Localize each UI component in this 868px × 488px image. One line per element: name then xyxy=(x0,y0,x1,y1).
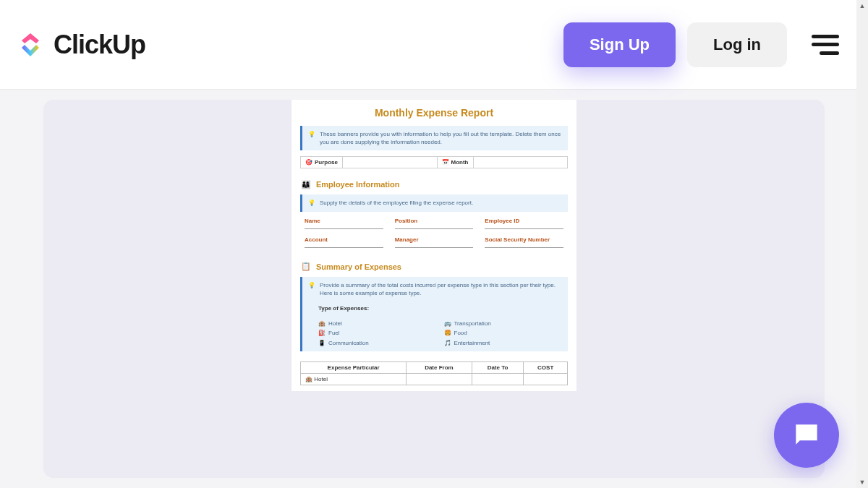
table-row[interactable]: 🏨 Hotel xyxy=(301,373,568,385)
lightbulb-icon: 💡 xyxy=(308,130,315,146)
lightbulb-icon: 💡 xyxy=(308,199,315,207)
type-label: Type of Expenses: xyxy=(308,304,562,312)
banner-text: Supply the details of the employee filin… xyxy=(320,199,473,207)
chat-icon xyxy=(791,419,822,451)
cell-cost[interactable] xyxy=(524,373,568,385)
music-icon: 🎵 xyxy=(444,339,451,347)
calendar-icon: 📅 xyxy=(442,159,449,166)
signup-button[interactable]: Sign Up xyxy=(563,22,676,67)
employee-id-field[interactable]: Employee ID xyxy=(485,218,563,229)
name-field[interactable]: Name xyxy=(305,218,383,229)
vertical-scrollbar[interactable]: ▲ ▼ xyxy=(856,0,868,488)
clickup-logo-icon xyxy=(14,29,46,61)
type-transportation: 🚌Transportation xyxy=(444,320,563,328)
employee-section-header: 👨‍👩‍👦 Employee Information xyxy=(300,179,568,190)
people-icon: 👨‍👩‍👦 xyxy=(300,179,312,190)
account-field[interactable]: Account xyxy=(305,236,383,248)
th-date-to: Date To xyxy=(472,361,524,373)
login-button[interactable]: Log in xyxy=(687,22,787,67)
banner-text: Provide a summary of the total costs inc… xyxy=(320,281,562,297)
purpose-input[interactable] xyxy=(343,157,438,168)
month-label: 📅 Month xyxy=(438,157,474,168)
purpose-label: 🎯 Purpose xyxy=(301,157,343,168)
ssn-field[interactable]: Social Security Number xyxy=(485,236,563,248)
manager-field[interactable]: Manager xyxy=(395,236,474,248)
month-input[interactable] xyxy=(474,157,568,168)
purpose-month-row: 🎯 Purpose 📅 Month xyxy=(300,156,568,168)
scroll-up-arrow-icon[interactable]: ▲ xyxy=(856,0,868,12)
expense-report-template: Monthly Expense Report 💡 These banners p… xyxy=(292,100,576,391)
type-food: 🍔Food xyxy=(444,329,563,337)
info-banner-2: 💡 Supply the details of the employee fil… xyxy=(300,194,568,211)
cell-date-from[interactable] xyxy=(407,373,472,385)
th-particular: Expense Particular xyxy=(301,361,407,373)
site-header: ClickUp Sign Up Log in xyxy=(0,0,868,90)
banner-text: These banners provide you with informati… xyxy=(320,130,562,146)
hotel-icon: 🏨 xyxy=(305,376,312,382)
hotel-icon: 🏨 xyxy=(318,320,326,328)
type-hotel: 🏨Hotel xyxy=(318,320,437,328)
food-icon: 🍔 xyxy=(444,329,451,337)
type-fuel: ⛽Fuel xyxy=(318,329,437,337)
info-banner-1: 💡 These banners provide you with informa… xyxy=(300,126,568,150)
th-cost: COST xyxy=(524,361,568,373)
employee-fields-grid: Name Position Employee ID Account Manage… xyxy=(300,218,568,248)
th-date-from: Date From xyxy=(407,361,472,373)
template-card: Monthly Expense Report 💡 These banners p… xyxy=(43,100,825,478)
bus-icon: 🚌 xyxy=(444,320,451,328)
scroll-down-arrow-icon[interactable]: ▼ xyxy=(856,476,868,488)
info-banner-3: 💡 Provide a summary of the total costs i… xyxy=(300,277,568,351)
chat-fab[interactable] xyxy=(774,403,839,468)
cell-particular: 🏨 Hotel xyxy=(301,373,407,385)
expense-table: Expense Particular Date From Date To COS… xyxy=(300,361,568,385)
fuel-icon: ⛽ xyxy=(318,329,326,337)
template-title: Monthly Expense Report xyxy=(300,107,568,119)
summary-section-header: 📋 Summary of Expenses xyxy=(300,261,568,273)
position-field[interactable]: Position xyxy=(395,218,474,229)
target-icon: 🎯 xyxy=(305,159,312,166)
main-content: Monthly Expense Report 💡 These banners p… xyxy=(0,90,868,488)
cell-date-to[interactable] xyxy=(472,373,524,385)
lightbulb-icon: 💡 xyxy=(308,281,315,297)
header-actions: Sign Up Log in xyxy=(563,22,839,67)
logo-text: ClickUp xyxy=(54,30,145,60)
type-communication: 📱Communication xyxy=(318,339,437,347)
logo[interactable]: ClickUp xyxy=(14,29,145,61)
hamburger-menu-icon[interactable] xyxy=(812,35,839,55)
type-entertainment: 🎵Entertainment xyxy=(444,339,563,347)
phone-icon: 📱 xyxy=(318,339,326,347)
expense-types-list: 🏨Hotel 🚌Transportation ⛽Fuel 🍔Food 📱Comm… xyxy=(308,320,562,347)
clipboard-icon: 📋 xyxy=(300,261,312,273)
